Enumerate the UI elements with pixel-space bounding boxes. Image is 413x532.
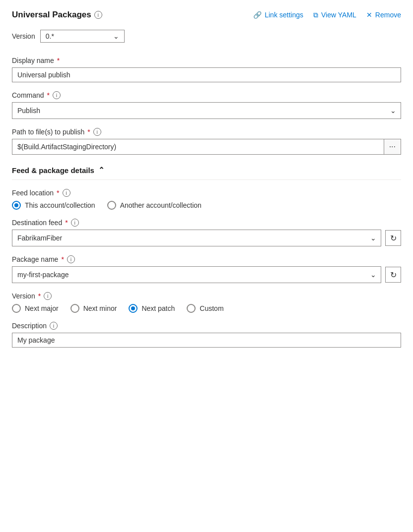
remove-button[interactable]: ✕ Remove bbox=[366, 11, 401, 19]
refresh-icon: ↻ bbox=[390, 234, 397, 243]
feed-location-this-account[interactable]: This account/collection bbox=[12, 201, 95, 210]
command-required: * bbox=[47, 91, 50, 99]
display-name-label-row: Display name * bbox=[12, 57, 401, 64]
display-name-label: Display name bbox=[12, 57, 54, 64]
command-group: Command * i Publish ⌄ bbox=[12, 91, 401, 119]
destination-feed-select[interactable]: FabrikamFiber bbox=[12, 230, 381, 246]
destination-feed-label-row: Destination feed * i bbox=[12, 219, 401, 227]
package-name-select[interactable]: my-first-package bbox=[12, 266, 381, 283]
version-next-patch-radio[interactable] bbox=[129, 304, 138, 313]
version-top-section: Version 0.* ⌄ bbox=[12, 30, 401, 43]
version-next-minor-label: Next minor bbox=[83, 304, 117, 312]
path-label: Path to file(s) to publish bbox=[12, 128, 84, 136]
path-label-row: Path to file(s) to publish * i bbox=[12, 128, 401, 136]
command-select-wrapper: Publish ⌄ bbox=[12, 102, 401, 119]
package-refresh-icon: ↻ bbox=[390, 270, 397, 280]
version-radio-options: Next major Next minor Next patch Custom bbox=[12, 304, 401, 313]
command-select[interactable]: Publish bbox=[12, 102, 401, 119]
version-top-chevron-icon: ⌄ bbox=[113, 32, 119, 40]
link-icon: 🔗 bbox=[253, 11, 262, 19]
description-info-icon[interactable]: i bbox=[50, 322, 58, 330]
remove-label: Remove bbox=[375, 11, 401, 19]
version-custom[interactable]: Custom bbox=[187, 304, 223, 313]
header-actions: 🔗 Link settings ⧉ View YAML ✕ Remove bbox=[253, 11, 401, 19]
view-yaml-button[interactable]: ⧉ View YAML bbox=[313, 11, 356, 19]
feed-location-another-account-label: Another account/collection bbox=[120, 201, 202, 209]
description-input[interactable] bbox=[12, 333, 401, 348]
version-field-label: Version bbox=[12, 292, 35, 300]
description-label: Description bbox=[12, 322, 47, 330]
version-top-label: Version bbox=[12, 32, 35, 40]
package-name-select-wrapper: my-first-package ⌄ bbox=[12, 266, 381, 283]
destination-feed-select-wrapper: FabrikamFiber ⌄ bbox=[12, 230, 381, 246]
destination-feed-required: * bbox=[65, 219, 68, 227]
command-label: Command bbox=[12, 91, 44, 99]
path-info-icon[interactable]: i bbox=[93, 128, 101, 136]
feed-location-another-account-radio[interactable] bbox=[107, 201, 116, 210]
destination-feed-label: Destination feed bbox=[12, 219, 62, 227]
link-settings-label: Link settings bbox=[265, 11, 303, 19]
package-name-label: Package name bbox=[12, 255, 58, 263]
path-input[interactable] bbox=[12, 139, 384, 155]
description-group: Description i bbox=[12, 322, 401, 348]
version-field-label-row: Version * i bbox=[12, 292, 401, 300]
display-name-group: Display name * bbox=[12, 57, 401, 82]
destination-feed-row: FabrikamFiber ⌄ ↻ bbox=[12, 230, 401, 246]
package-name-label-row: Package name * i bbox=[12, 255, 401, 263]
version-custom-radio[interactable] bbox=[187, 304, 196, 313]
package-name-required: * bbox=[61, 255, 64, 263]
version-field-group: Version * i Next major Next minor Next p… bbox=[12, 292, 401, 313]
section-chevron-up-icon[interactable]: ⌃ bbox=[98, 166, 105, 175]
view-yaml-label: View YAML bbox=[321, 11, 356, 19]
description-label-row: Description i bbox=[12, 322, 401, 330]
destination-feed-refresh-button[interactable]: ↻ bbox=[385, 230, 401, 246]
package-name-refresh-button[interactable]: ↻ bbox=[385, 267, 401, 283]
feed-package-section-label: Feed & package details bbox=[12, 166, 94, 175]
path-input-wrapper: ··· bbox=[12, 139, 401, 155]
ellipsis-icon: ··· bbox=[389, 142, 396, 151]
path-required: * bbox=[87, 128, 90, 136]
path-browse-button[interactable]: ··· bbox=[384, 139, 401, 155]
package-name-info-icon[interactable]: i bbox=[67, 255, 75, 263]
display-name-required: * bbox=[57, 57, 60, 64]
version-top-value: 0.* bbox=[46, 32, 54, 40]
destination-feed-info-icon[interactable]: i bbox=[71, 219, 79, 227]
feed-location-label: Feed location bbox=[12, 189, 54, 197]
feed-location-label-row: Feed location * i bbox=[12, 189, 401, 197]
version-field-info-icon[interactable]: i bbox=[44, 292, 52, 300]
page-header: Universal Packages i 🔗 Link settings ⧉ V… bbox=[12, 10, 401, 20]
feed-location-required: * bbox=[57, 189, 59, 197]
version-next-major[interactable]: Next major bbox=[12, 304, 59, 313]
link-settings-button[interactable]: 🔗 Link settings bbox=[253, 11, 303, 19]
version-field-required: * bbox=[38, 292, 41, 300]
version-top-dropdown[interactable]: 0.* ⌄ bbox=[40, 30, 125, 43]
feed-location-options: This account/collection Another account/… bbox=[12, 201, 401, 210]
feed-package-section-header: Feed & package details ⌃ bbox=[12, 166, 401, 180]
path-group: Path to file(s) to publish * i ··· bbox=[12, 128, 401, 155]
feed-location-group: Feed location * i This account/collectio… bbox=[12, 189, 401, 210]
version-next-patch-radio-inner bbox=[131, 306, 135, 310]
version-next-major-label: Next major bbox=[25, 304, 59, 312]
command-label-row: Command * i bbox=[12, 91, 401, 99]
version-custom-label: Custom bbox=[200, 304, 223, 312]
version-next-patch[interactable]: Next patch bbox=[129, 304, 175, 313]
feed-location-info-icon[interactable]: i bbox=[63, 189, 70, 197]
package-name-group: Package name * i my-first-package ⌄ ↻ bbox=[12, 255, 401, 283]
version-next-patch-label: Next patch bbox=[141, 304, 175, 312]
destination-feed-group: Destination feed * i FabrikamFiber ⌄ ↻ bbox=[12, 219, 401, 246]
feed-location-this-account-radio[interactable] bbox=[12, 201, 21, 210]
feed-location-another-account[interactable]: Another account/collection bbox=[107, 201, 202, 210]
feed-location-this-account-radio-inner bbox=[14, 203, 18, 207]
page-title: Universal Packages bbox=[12, 10, 91, 20]
package-name-row: my-first-package ⌄ ↻ bbox=[12, 266, 401, 283]
command-info-icon[interactable]: i bbox=[53, 91, 61, 99]
header-left: Universal Packages i bbox=[12, 10, 102, 20]
copy-icon: ⧉ bbox=[313, 11, 318, 19]
close-icon: ✕ bbox=[366, 11, 372, 19]
version-next-major-radio[interactable] bbox=[12, 304, 21, 313]
version-next-minor[interactable]: Next minor bbox=[70, 304, 117, 313]
display-name-input[interactable] bbox=[12, 67, 401, 82]
version-next-minor-radio[interactable] bbox=[70, 304, 79, 313]
title-info-icon[interactable]: i bbox=[94, 11, 102, 19]
feed-location-this-account-label: This account/collection bbox=[25, 201, 95, 209]
